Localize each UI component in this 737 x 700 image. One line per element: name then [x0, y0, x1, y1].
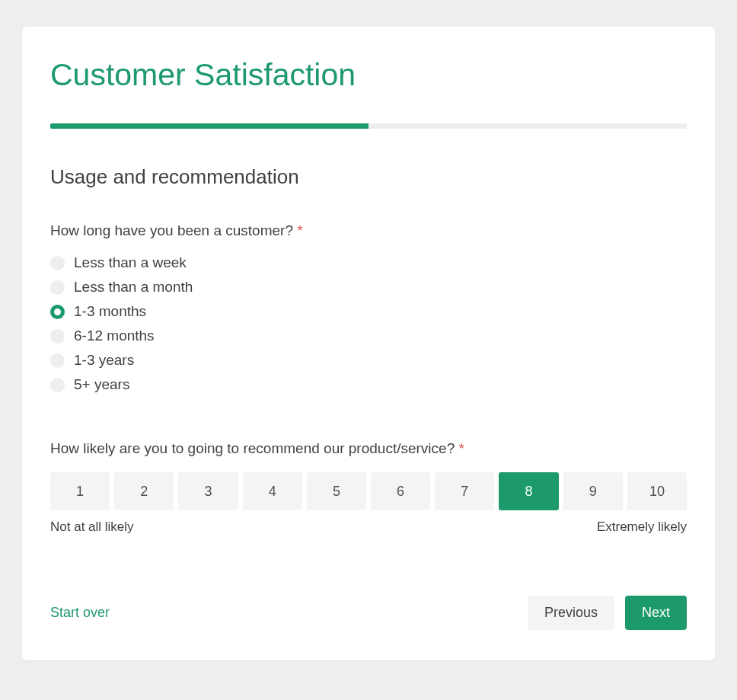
radio-label: Less than a month — [74, 279, 193, 296]
scale-button-2[interactable]: 2 — [114, 472, 174, 510]
section-title: Usage and recommendation — [50, 165, 687, 189]
scale-button-3[interactable]: 3 — [178, 472, 238, 510]
q2-label-text: How likely are you to going to recommend… — [50, 440, 455, 456]
scale-button-1[interactable]: 1 — [50, 472, 110, 510]
survey-card: Customer Satisfaction Usage and recommen… — [22, 27, 715, 660]
radio-option[interactable]: 1-3 years — [50, 352, 687, 369]
radio-label: 6-12 months — [74, 328, 155, 344]
q1-label-text: How long have you been a customer? — [50, 222, 293, 238]
required-marker: * — [297, 222, 302, 238]
radio-label: 1-3 months — [74, 303, 146, 320]
radio-label: Less than a week — [74, 254, 187, 271]
start-over-link[interactable]: Start over — [50, 605, 110, 621]
radio-option[interactable]: 1-3 months — [50, 303, 687, 320]
radio-option[interactable]: Less than a week — [50, 254, 687, 271]
scale-button-10[interactable]: 10 — [627, 472, 687, 510]
radio-icon — [50, 329, 65, 344]
radio-option[interactable]: 5+ years — [50, 376, 687, 393]
radio-icon — [50, 256, 65, 270]
radio-icon — [50, 305, 65, 319]
radio-icon — [50, 378, 65, 392]
progress-bar — [50, 123, 687, 129]
required-marker: * — [458, 440, 464, 456]
radio-icon — [50, 353, 65, 368]
scale-button-6[interactable]: 6 — [371, 472, 430, 510]
q2-scale-labels: Not at all likely Extremely likely — [50, 519, 687, 535]
radio-option[interactable]: 6-12 months — [50, 328, 687, 344]
scale-min-label: Not at all likely — [50, 519, 134, 535]
survey-footer: Start over Previous Next — [50, 596, 687, 630]
progress-fill — [50, 123, 368, 129]
q1-radio-group: Less than a weekLess than a month1-3 mon… — [50, 254, 687, 393]
q1-label: How long have you been a customer? * — [50, 222, 687, 239]
next-button[interactable]: Next — [625, 596, 687, 630]
nav-buttons: Previous Next — [528, 596, 687, 630]
scale-button-9[interactable]: 9 — [563, 472, 623, 510]
scale-max-label: Extremely likely — [597, 519, 687, 535]
previous-button[interactable]: Previous — [528, 596, 614, 630]
radio-option[interactable]: Less than a month — [50, 279, 687, 296]
radio-label: 5+ years — [74, 376, 129, 393]
q2-label: How likely are you to going to recommend… — [50, 440, 687, 457]
radio-label: 1-3 years — [74, 352, 134, 369]
survey-title: Customer Satisfaction — [50, 57, 687, 93]
scale-button-4[interactable]: 4 — [243, 472, 302, 510]
scale-button-7[interactable]: 7 — [435, 472, 494, 510]
scale-button-5[interactable]: 5 — [307, 472, 366, 510]
radio-icon — [50, 280, 65, 295]
scale-button-8[interactable]: 8 — [499, 472, 558, 510]
q2-scale-row: 12345678910 — [50, 472, 687, 510]
